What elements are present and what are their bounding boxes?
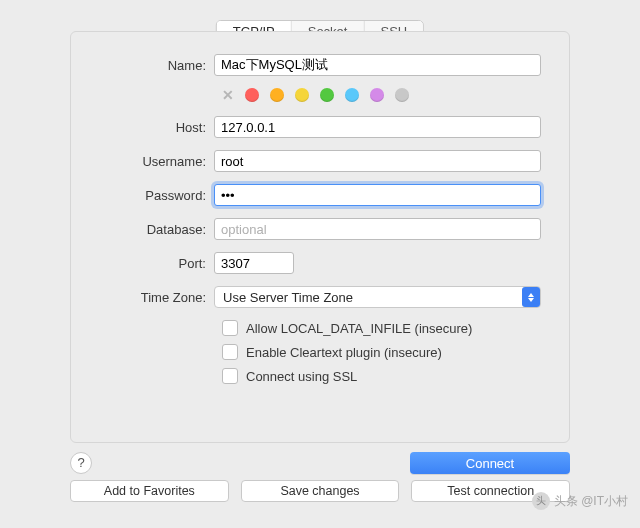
timezone-label: Time Zone: — [99, 290, 214, 305]
connect-button[interactable]: Connect — [410, 452, 570, 474]
watermark: 头 头条 @IT小村 — [532, 492, 628, 510]
color-red[interactable] — [245, 88, 259, 102]
watermark-icon: 头 — [532, 492, 550, 510]
port-label: Port: — [99, 256, 214, 271]
timezone-value: Use Server Time Zone — [223, 290, 353, 305]
password-label: Password: — [99, 188, 214, 203]
host-label: Host: — [99, 120, 214, 135]
cleartext-plugin-checkbox[interactable] — [222, 344, 238, 360]
add-favorites-button[interactable]: Add to Favorites — [70, 480, 229, 502]
database-label: Database: — [99, 222, 214, 237]
database-field[interactable] — [214, 218, 541, 240]
host-field[interactable] — [214, 116, 541, 138]
connect-ssl-checkbox[interactable] — [222, 368, 238, 384]
timezone-select[interactable]: Use Server Time Zone — [214, 286, 541, 308]
allow-local-infile-checkbox[interactable] — [222, 320, 238, 336]
allow-local-infile-label: Allow LOCAL_DATA_INFILE (insecure) — [246, 321, 472, 336]
color-orange[interactable] — [270, 88, 284, 102]
help-button[interactable]: ? — [70, 452, 92, 474]
connection-panel: Name: ✕ Host: Username: Password: Databa… — [70, 31, 570, 443]
connect-ssl-label: Connect using SSL — [246, 369, 357, 384]
password-field[interactable] — [214, 184, 541, 206]
color-purple[interactable] — [370, 88, 384, 102]
color-tag-row: ✕ — [99, 88, 541, 102]
name-label: Name: — [99, 58, 214, 73]
color-blue[interactable] — [345, 88, 359, 102]
port-field[interactable] — [214, 252, 294, 274]
watermark-text: 头条 @IT小村 — [554, 493, 628, 510]
color-green[interactable] — [320, 88, 334, 102]
chevron-updown-icon[interactable] — [522, 287, 540, 307]
color-yellow[interactable] — [295, 88, 309, 102]
action-bar: Add to Favorites Save changes Test conne… — [70, 480, 570, 502]
color-gray[interactable] — [395, 88, 409, 102]
name-field[interactable] — [214, 54, 541, 76]
username-label: Username: — [99, 154, 214, 169]
bottom-bar: ? Connect — [70, 452, 570, 474]
username-field[interactable] — [214, 150, 541, 172]
save-changes-button[interactable]: Save changes — [241, 480, 400, 502]
clear-color-icon[interactable]: ✕ — [222, 88, 234, 102]
cleartext-plugin-label: Enable Cleartext plugin (insecure) — [246, 345, 442, 360]
